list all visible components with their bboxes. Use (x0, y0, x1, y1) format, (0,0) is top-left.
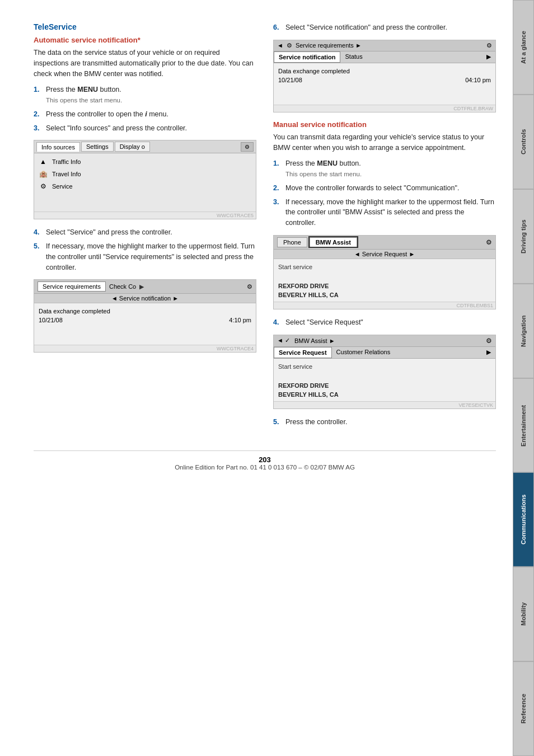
sr2-gear: ⚙ (486, 337, 492, 345)
left-steps-1-3: 1. Press the MENU button.This opens the … (34, 84, 256, 133)
right-step-5-item: 5. Press the controller. (273, 417, 496, 428)
traffic-label: Traffic Info (52, 158, 81, 165)
sr2-tab-selected: Service Request (274, 347, 332, 358)
menu-bold: MENU (77, 86, 98, 93)
bmw-address-2: BEVERLY HILLS, CA (278, 292, 491, 298)
travel-label: Travel Info (52, 171, 81, 177)
left-step-5: 5. If necessary, move the highlight mark… (34, 241, 256, 273)
sr-nav: ◄ Service notification ► (34, 294, 256, 303)
right-column: 6. Select "Service notification" and pre… (273, 22, 496, 434)
step-1-num: 1. (34, 84, 43, 106)
sidebar: At a glance Controls Driving tips Naviga… (513, 0, 534, 756)
service-notification-mockup: ◄ ⚙ Service requirements ► ⚙ Service not… (273, 40, 496, 112)
r-menu-bold: MENU (317, 159, 338, 167)
travel-icon: 🏨 (39, 170, 48, 179)
sn-header: ◄ ⚙ Service requirements ► ⚙ (274, 40, 495, 51)
r-step-3-num: 3. (273, 197, 282, 228)
right-step-6: 6. Select "Service notification" and pre… (273, 22, 496, 33)
columns: TeleService Automatic service notificati… (34, 22, 496, 434)
step-5-text: If necessary, move the highlight marker … (46, 241, 256, 273)
sidebar-tab-mobility[interactable]: Mobility (513, 567, 534, 661)
sidebar-tab-at-a-glance[interactable]: At a glance (513, 0, 534, 95)
r-step-4-num: 4. (273, 317, 282, 328)
sidebar-tab-entertainment[interactable]: Entertainment (513, 378, 534, 473)
sidebar-tab-driving-tips[interactable]: Driving tips (513, 189, 534, 284)
is-item-traffic: ▲ Traffic Info (39, 156, 251, 168)
r-step-4-text: Select "Service Request" (285, 317, 496, 328)
auto-service-subtitle: Automatic service notification* (34, 36, 256, 44)
left-step-3: 3. Select "Info sources" and press the c… (34, 123, 256, 134)
left-steps-4-5: 4. Select "Service" and press the contro… (34, 227, 256, 273)
bmw-assist-mockup-1: Phone BMW Assist ⚙ ◄ Service Request ► S… (273, 235, 496, 309)
bmw-header-1: Phone BMW Assist ⚙ (274, 236, 495, 250)
sr-check-col: Check Co (109, 283, 136, 290)
manual-service-subtitle: Manual service notification (273, 120, 496, 129)
step-6-text: Select "Service notification" and press … (285, 22, 496, 33)
bmw-nav-1: ◄ Service Request ► (274, 250, 495, 259)
right-step-3: 3. If necessary, move the highlight mark… (273, 197, 496, 228)
bmw-image-ref-1: CDTFBLEMBS1 (274, 302, 495, 309)
is-tab-display: Display o (115, 142, 150, 152)
r-step-5-text: Press the controller. (285, 417, 496, 428)
sn-gear: ⚙ (486, 42, 492, 49)
sr-image-ref: WWCGTRACE4 (34, 345, 256, 352)
bmw-tab-assist: BMW Assist (310, 237, 357, 247)
sr-header: Service requirements Check Co ▶ ⚙ (34, 280, 256, 294)
r-step-1-num: 1. (273, 158, 282, 180)
is-body: ▲ Traffic Info 🏨 Travel Info ⚙ Service (34, 153, 256, 212)
bmw-tab-phone: Phone (277, 237, 307, 247)
sidebar-tab-navigation[interactable]: Navigation (513, 284, 534, 378)
sn-row2-time: 04:10 pm (465, 77, 491, 83)
right-step-6-item: 6. Select "Service notification" and pre… (273, 22, 496, 33)
step-6-num: 6. (273, 22, 282, 33)
right-steps-1-3: 1. Press the MENU button.This opens the … (273, 158, 496, 228)
step-3-num: 3. (34, 123, 43, 134)
step-3-text: Select "Info sources" and press the cont… (46, 123, 256, 134)
sn-row-2: 10/21/08 04:10 pm (278, 76, 491, 84)
is-tab-info-sources: Info sources (36, 142, 80, 152)
sn-row2-date: 10/21/08 (278, 77, 302, 83)
sr-body: Data exchange completed 10/21/08 4:10 pm (34, 303, 256, 345)
step-4-text: Select "Service" and press the controlle… (46, 227, 256, 238)
sr-row2-date: 10/21/08 (39, 317, 63, 323)
sn-tab-status: Status (340, 51, 367, 63)
sn-body: Data exchange completed 10/21/08 04:10 p… (274, 63, 495, 105)
step-2-text: Press the controller to open the i menu. (46, 109, 256, 120)
service-request-mockup: ◄ ✓ BMW Assist ► ⚙ Service Request Custo… (273, 335, 496, 409)
left-step-1: 1. Press the MENU button.This opens the … (34, 84, 256, 106)
manual-service-body: You can transmit data regarding your veh… (273, 132, 496, 153)
r-step-2-text: Move the controller forwards to select "… (285, 183, 496, 194)
right-step-1: 1. Press the MENU button.This opens the … (273, 158, 496, 180)
sr-row-2: 10/21/08 4:10 pm (39, 316, 251, 325)
bmw-row-start: Start service (278, 262, 491, 271)
step-4-num: 4. (34, 227, 43, 238)
sr2-tabs-row: Service Request Customer Relations ▶ (274, 347, 495, 359)
sidebar-tab-reference[interactable]: Reference (513, 661, 534, 756)
sn-tab-selected: Service notification (274, 51, 340, 63)
copyright-text: Online Edition for Part no. 01 41 0 013 … (34, 464, 496, 471)
r-step-1-sub: This opens the start menu. (285, 171, 362, 177)
sidebar-tab-controls[interactable]: Controls (513, 95, 534, 189)
is-item-travel: 🏨 Travel Info (39, 168, 251, 180)
sr2-bmw-label: BMW Assist ► (294, 337, 335, 344)
left-step-2: 2. Press the controller to open the i me… (34, 109, 256, 120)
service-requirements-mockup: Service requirements Check Co ▶ ⚙ ◄ Serv… (34, 279, 256, 353)
sr2-tab-customer: Customer Relations (332, 347, 395, 358)
main-content: TeleService Automatic service notificati… (0, 0, 513, 487)
left-column: TeleService Automatic service notificati… (34, 22, 256, 434)
bmw-address-1: REXFORD DRIVE (278, 283, 491, 289)
i-bold: i (145, 110, 147, 118)
r-step-1-text: Press the MENU button.This opens the sta… (285, 158, 496, 180)
sr2-header: ◄ ✓ BMW Assist ► ⚙ (274, 335, 495, 347)
sidebar-tab-communications[interactable]: Communications (513, 472, 534, 567)
sr2-arrow: ▶ (482, 347, 495, 358)
sr2-image-ref: VE7ESEICTVK (274, 401, 495, 408)
sr2-address-1: REXFORD DRIVE (278, 382, 491, 389)
bmw-gear-icon: ⚙ (486, 238, 492, 246)
sn-header-icon: ⚙ (287, 42, 292, 49)
sr2-address-2: BEVERLY HILLS, CA (278, 391, 491, 398)
service-label: Service (52, 183, 73, 190)
step-5-num: 5. (34, 241, 43, 273)
bmw-body-1: Start service REXFORD DRIVE BEVERLY HILL… (274, 259, 495, 302)
r-step-2-num: 2. (273, 183, 282, 194)
